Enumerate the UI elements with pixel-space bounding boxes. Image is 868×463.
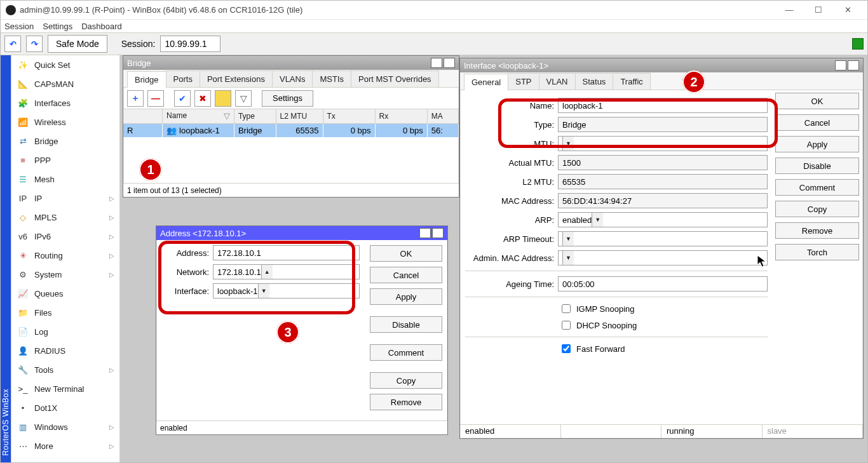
apply-button[interactable]: Apply <box>370 288 442 305</box>
ageing-input[interactable]: 00:05:00 <box>558 276 768 292</box>
menu-dashboard[interactable]: Dashboard <box>81 22 122 31</box>
sidebar-item-mesh[interactable]: ☰Mesh <box>11 170 119 189</box>
sidebar-item-log[interactable]: 📄Log <box>11 322 119 341</box>
interface-select[interactable]: loopback-1▼ <box>213 283 360 299</box>
tab-port-mst-overrides[interactable]: Port MST Overrides <box>351 70 439 87</box>
tab-vlans[interactable]: VLANs <box>272 70 313 87</box>
sidebar-item-more[interactable]: ⋯More▷ <box>11 436 119 455</box>
sidebar-item-mpls[interactable]: ◇MPLS▷ <box>11 208 119 227</box>
sidebar-item-bridge[interactable]: ⇄Bridge <box>11 131 119 151</box>
sidebar-item-interfaces[interactable]: 🧩Interfaces <box>11 93 119 112</box>
column-header[interactable]: Name ▽ <box>163 109 234 123</box>
copy-button[interactable]: Copy <box>370 372 442 389</box>
comment-button[interactable]: Comment <box>775 179 859 196</box>
menu-settings[interactable]: Settings <box>43 22 72 31</box>
undo-button[interactable]: ↶ <box>4 36 21 52</box>
apply-button[interactable]: Apply <box>775 136 859 152</box>
chevron-up-icon[interactable]: ▲ <box>261 265 273 279</box>
addr-close-icon[interactable]: ✕ <box>432 228 444 238</box>
sidebar-item-new-terminal[interactable]: >_New Terminal <box>11 379 119 398</box>
column-header[interactable]: Tx <box>323 109 375 123</box>
remove-button[interactable]: Remove <box>775 222 859 239</box>
comment-button[interactable]: Comment <box>370 344 442 361</box>
safe-mode-button[interactable]: Safe Mode <box>48 35 107 53</box>
sidebar-item-capsman[interactable]: 📐CAPsMAN <box>11 74 119 93</box>
column-header[interactable]: Type <box>234 109 276 123</box>
ok-button[interactable]: OK <box>370 245 442 262</box>
minimize-button[interactable]: — <box>775 1 804 20</box>
maximize-button[interactable]: ☐ <box>804 1 833 20</box>
sidebar-item-windows[interactable]: ▥Windows▷ <box>11 417 119 436</box>
comment-button[interactable] <box>215 90 231 107</box>
sidebar-item-queues[interactable]: 📈Queues <box>11 284 119 303</box>
chevron-down-icon[interactable]: ▼ <box>562 232 574 246</box>
chevron-down-icon[interactable]: ▼ <box>258 284 269 298</box>
igmp-checkbox[interactable]: IGMP Snooping <box>559 302 768 315</box>
dhcp-checkbox[interactable]: DHCP Snooping <box>559 319 768 332</box>
sidebar-item-ip[interactable]: IPIP▷ <box>11 189 119 208</box>
remove-button[interactable]: Remove <box>370 394 442 410</box>
tab-bridge[interactable]: Bridge <box>127 71 166 88</box>
bridge-close-icon[interactable]: ✕ <box>444 58 455 68</box>
sidebar-item-quick-set[interactable]: ✨Quick Set <box>11 55 119 74</box>
tab-stp[interactable]: STP <box>508 73 539 90</box>
disable-button[interactable]: ✖ <box>194 90 211 107</box>
chevron-down-icon[interactable]: ▼ <box>562 137 574 151</box>
tab-ports[interactable]: Ports <box>166 70 200 87</box>
admin-mac-input[interactable]: ▼ <box>558 250 768 265</box>
redo-button[interactable]: ↷ <box>26 36 43 52</box>
enable-button[interactable]: ✔ <box>174 90 191 107</box>
tab-vlan[interactable]: VLAN <box>539 73 576 90</box>
sidebar-item-ipv6[interactable]: v6IPv6▷ <box>11 227 119 246</box>
address-window-title[interactable]: Address <172.18.10.1> ▭✕ <box>156 226 447 240</box>
arp-timeout-input[interactable]: ▼ <box>558 231 768 246</box>
ok-button[interactable]: OK <box>775 93 859 109</box>
remove-button[interactable]: — <box>147 90 164 107</box>
disable-button[interactable]: Disable <box>775 158 859 174</box>
close-button[interactable]: ✕ <box>833 1 862 20</box>
filter-button[interactable]: ▽ <box>235 90 252 107</box>
settings-button[interactable]: Settings <box>262 90 313 107</box>
sidebar-item-radius[interactable]: 👤RADIUS <box>11 341 119 360</box>
tab-port-extensions[interactable]: Port Extensions <box>200 70 273 87</box>
sidebar-item-routing[interactable]: ✳Routing▷ <box>11 246 119 265</box>
chevron-down-icon[interactable]: ▼ <box>562 251 574 265</box>
bridge-min-icon[interactable]: ▭ <box>431 58 442 68</box>
column-header[interactable]: MA <box>427 109 458 123</box>
bridge-tabs: BridgePortsPort ExtensionsVLANsMSTIsPort… <box>123 70 459 88</box>
column-header[interactable]: L2 MTU <box>276 109 323 123</box>
cancel-button[interactable]: Cancel <box>775 114 859 131</box>
sidebar-item-system[interactable]: ⚙System▷ <box>11 265 119 284</box>
tab-traffic[interactable]: Traffic <box>613 73 650 90</box>
column-header[interactable]: Rx <box>375 109 427 123</box>
torch-button[interactable]: Torch <box>775 244 859 260</box>
sidebar-item-wireless[interactable]: 📶Wireless <box>11 112 119 131</box>
mtu-input[interactable]: ▼ <box>558 136 768 151</box>
interface-window-title[interactable]: Interface <loopback-1> ▭✕ <box>460 58 863 72</box>
disable-button[interactable]: Disable <box>370 316 442 333</box>
add-button[interactable]: ＋ <box>127 90 144 107</box>
table-row[interactable]: R 👥loopback-1 Bridge 65535 0 bps 0 bps 5… <box>123 123 459 137</box>
sidebar-item-tools[interactable]: 🔧Tools▷ <box>11 360 119 379</box>
iface-close-icon[interactable]: ✕ <box>848 60 859 70</box>
tab-mstis[interactable]: MSTIs <box>312 70 351 87</box>
sidebar-item-dot1x[interactable]: •Dot1X <box>11 398 119 417</box>
bridge-window-title[interactable]: Bridge ▭✕ <box>123 56 459 70</box>
iface-min-icon[interactable]: ▭ <box>835 60 846 70</box>
sidebar-item-ppp[interactable]: ≡PPP <box>11 151 119 170</box>
session-input[interactable] <box>160 36 220 52</box>
menu-session[interactable]: Session <box>4 22 34 31</box>
chevron-down-icon[interactable]: ▼ <box>592 213 603 227</box>
copy-button[interactable]: Copy <box>775 201 859 217</box>
network-input[interactable]: 172.18.10.1▲ <box>213 264 360 279</box>
name-input[interactable]: loopback-1 <box>558 98 768 113</box>
column-header[interactable] <box>123 109 163 123</box>
cancel-button[interactable]: Cancel <box>370 267 442 283</box>
tab-status[interactable]: Status <box>575 73 614 90</box>
fast-forward-checkbox[interactable]: Fast Forward <box>559 342 768 355</box>
arp-select[interactable]: enabled▼ <box>558 212 768 227</box>
addr-min-icon[interactable]: ▭ <box>419 228 431 238</box>
tab-general[interactable]: General <box>464 74 508 90</box>
sidebar-item-files[interactable]: 📁Files <box>11 303 119 322</box>
address-input[interactable]: 172.18.10.1 <box>213 245 360 260</box>
